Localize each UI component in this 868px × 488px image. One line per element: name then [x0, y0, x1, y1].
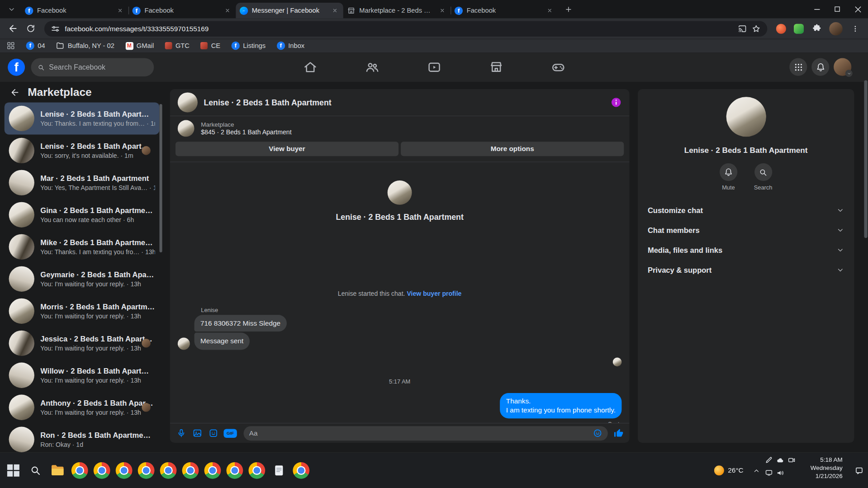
incoming-message[interactable]: 716 8306372 Miss Sledge — [194, 315, 287, 332]
chat-list-item[interactable]: Mar · 2 Beds 1 Bath Apartment You: Yes, … — [5, 166, 160, 199]
reload-button[interactable] — [22, 20, 39, 37]
nav-friends-tab[interactable] — [360, 56, 384, 78]
nav-marketplace-tab[interactable] — [484, 56, 508, 78]
view-buyer-profile-link[interactable]: View buyer profile — [407, 290, 461, 297]
chat-list-item[interactable]: Lenise · 2 Beds 1 Bath Apartm… You: sorr… — [5, 134, 160, 166]
apps-menu-button[interactable] — [789, 58, 807, 76]
tray-volume-icon[interactable] — [776, 469, 784, 477]
window-maximize-button[interactable] — [827, 0, 847, 18]
chrome-taskbar-button[interactable] — [70, 458, 90, 483]
back-arrow-icon[interactable] — [10, 87, 20, 97]
bookmark-item[interactable]: 04 — [26, 42, 45, 50]
browser-tab[interactable]: Facebook — [451, 3, 558, 18]
nav-home-tab[interactable] — [298, 56, 322, 78]
conversation-avatar[interactable] — [178, 92, 198, 112]
sidebar-scrollbar[interactable] — [159, 104, 162, 252]
details-section-media-files-links[interactable]: Media, files and links — [643, 240, 849, 260]
notification-center-button[interactable] — [855, 453, 864, 488]
bookmark-folder[interactable]: Buffalo, NY - 02 — [56, 42, 114, 50]
message-input-pill[interactable] — [243, 426, 607, 441]
more-options-button[interactable]: More options — [401, 142, 624, 156]
bookmark-star-icon[interactable] — [752, 24, 761, 33]
profile-avatar[interactable] — [834, 58, 851, 76]
tray-expand-button[interactable] — [753, 453, 760, 488]
facebook-search[interactable] — [31, 58, 154, 76]
window-minimize-button[interactable] — [806, 0, 827, 18]
emoji-icon[interactable] — [593, 428, 602, 438]
new-tab-button[interactable] — [561, 2, 576, 17]
window-close-button[interactable] — [848, 0, 868, 18]
outgoing-message[interactable]: Thanks. I am texting you from phone shor… — [500, 393, 621, 418]
chrome-taskbar-button[interactable] — [247, 458, 267, 483]
bookmark-item[interactable]: GTC — [165, 42, 190, 49]
extension-icon[interactable] — [776, 24, 786, 33]
tab-close-button[interactable] — [331, 6, 340, 15]
facebook-search-input[interactable] — [49, 63, 147, 71]
tab-search-button[interactable] — [5, 2, 19, 17]
chat-list-item[interactable]: Anthony · 2 Beds 1 Bath Apart… You: I'm … — [5, 391, 160, 423]
chat-list-item[interactable]: Geymarie · 2 Beds 1 Bath Apart… You: I'm… — [5, 263, 160, 295]
chat-list-item[interactable]: Gina · 2 Beds 1 Bath Apartment f… You ca… — [5, 199, 160, 231]
chrome-taskbar-button[interactable] — [180, 458, 200, 483]
scrollbar-thumb[interactable] — [864, 80, 867, 238]
search-in-conversation-button[interactable]: Search — [754, 163, 773, 190]
message-input[interactable] — [249, 429, 593, 437]
chrome-taskbar-button[interactable] — [136, 458, 156, 483]
chrome-taskbar-button[interactable] — [158, 458, 178, 483]
chrome-taskbar-button[interactable] — [203, 458, 223, 483]
chat-list-item[interactable]: Ron · 2 Beds 1 Bath Apartment f… Ron: Ok… — [5, 423, 160, 453]
chrome-taskbar-button[interactable] — [92, 458, 112, 483]
chrome-taskbar-button[interactable] — [291, 458, 311, 483]
browser-tab[interactable]: Facebook — [128, 3, 236, 18]
chrome-taskbar-button[interactable] — [114, 458, 134, 483]
taskbar-search-button[interactable] — [25, 458, 45, 483]
tab-close-button[interactable] — [223, 6, 232, 15]
details-section-chat-members[interactable]: Chat members — [643, 220, 849, 240]
cast-icon[interactable] — [738, 24, 747, 33]
side-panel-button[interactable] — [7, 42, 15, 50]
chrome-taskbar-button[interactable] — [225, 458, 245, 483]
sticker-button[interactable] — [208, 427, 218, 438]
like-button[interactable] — [613, 427, 624, 438]
browser-tab[interactable]: Facebook — [21, 3, 128, 18]
voice-clip-button[interactable] — [175, 427, 186, 438]
tray-camera-icon[interactable] — [788, 456, 796, 464]
mute-button[interactable]: Mute — [720, 163, 737, 190]
chat-list-item[interactable]: Mike · 2 Beds 1 Bath Apartment … You: Th… — [5, 231, 160, 263]
tab-close-button[interactable] — [438, 6, 447, 15]
tab-close-button[interactable] — [116, 6, 125, 15]
weather-widget[interactable]: 26°C — [714, 453, 744, 488]
nav-gaming-tab[interactable] — [546, 56, 570, 78]
extension-icon[interactable] — [794, 24, 804, 33]
view-buyer-button[interactable]: View buyer — [175, 142, 398, 156]
taskbar-clock[interactable]: 5:18 AM Wednesday 1/21/2026 — [811, 455, 843, 480]
file-explorer-button[interactable] — [47, 458, 67, 483]
browser-menu-button[interactable] — [847, 20, 863, 37]
bookmark-item[interactable]: Inbox — [277, 42, 305, 50]
address-bar[interactable]: facebook.com/messages/t/3333555970155169 — [44, 21, 767, 36]
page-scrollbar[interactable] — [864, 52, 867, 453]
site-settings-icon[interactable] — [51, 24, 60, 33]
chat-list-item[interactable]: Willow · 2 Beds 1 Bath Apartment You: I'… — [5, 359, 160, 391]
notepad-taskbar-button[interactable] — [269, 458, 289, 483]
start-button[interactable] — [3, 458, 23, 483]
info-icon[interactable] — [611, 97, 621, 108]
browser-tab[interactable]: Marketplace - 2 Beds 1 Bath Ap — [343, 3, 451, 18]
bookmark-item[interactable]: GMail — [125, 42, 154, 49]
bookmark-item[interactable]: Listings — [232, 42, 266, 50]
chat-list-item[interactable]: Lenise · 2 Beds 1 Bath Apartment You: Th… — [5, 102, 160, 134]
tray-display-icon[interactable] — [765, 469, 773, 477]
back-button[interactable] — [5, 20, 21, 37]
extensions-menu-button[interactable] — [808, 20, 825, 37]
tray-cloud-icon[interactable] — [776, 456, 784, 464]
browser-profile-avatar[interactable] — [829, 22, 842, 35]
chat-list-item[interactable]: Morris · 2 Beds 1 Bath Apartmen… You: I'… — [5, 295, 160, 327]
gif-icon[interactable]: GIF — [223, 429, 237, 438]
nav-watch-tab[interactable] — [422, 56, 446, 78]
browser-tab-active[interactable]: Messenger | Facebook — [236, 3, 343, 18]
facebook-logo[interactable] — [8, 59, 25, 76]
details-section-customize-chat[interactable]: Customize chat — [643, 200, 849, 220]
notifications-button[interactable] — [811, 58, 829, 76]
details-section-privacy-support[interactable]: Privacy & support — [643, 260, 849, 280]
bookmark-item[interactable]: CE — [200, 42, 220, 49]
